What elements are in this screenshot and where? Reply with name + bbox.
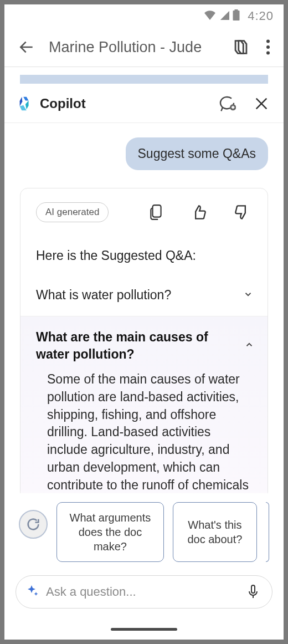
svg-rect-1 — [235, 9, 238, 11]
svg-rect-0 — [233, 11, 240, 21]
svg-point-2 — [266, 39, 270, 43]
thumbs-down-button[interactable] — [232, 202, 252, 222]
home-indicator — [111, 628, 177, 631]
clock-time: 4:20 — [248, 9, 274, 23]
new-chat-button[interactable] — [216, 93, 238, 115]
ai-generated-badge: AI generated — [36, 202, 109, 222]
ai-response-card: AI generated Here is the Suggested Q&A: … — [20, 188, 268, 504]
close-button[interactable] — [251, 94, 271, 114]
cell-signal-icon — [219, 10, 229, 22]
response-intro: Here is the Suggested Q&A: — [20, 223, 268, 271]
chevron-up-icon — [244, 340, 254, 352]
qa-question-label: What are the main causes of water pollut… — [36, 329, 244, 363]
status-bar: 4:20 — [4, 4, 284, 28]
back-button[interactable] — [16, 36, 38, 58]
copilot-logo-icon — [17, 95, 33, 112]
qa-answer-text: Some of the main causes of water polluti… — [36, 363, 254, 504]
copilot-panel-header: Copilot — [4, 84, 284, 123]
qa-item-expanded[interactable]: What are the main causes of water pollut… — [20, 316, 268, 504]
copy-button[interactable] — [147, 202, 166, 223]
suggestion-chip-overflow[interactable] — [266, 502, 269, 562]
battery-icon — [233, 9, 240, 23]
copilot-title: Copilot — [40, 96, 209, 111]
ask-input[interactable] — [46, 585, 238, 599]
svg-rect-7 — [251, 585, 255, 593]
suggestion-chip-1[interactable]: What arguments does the doc make? — [56, 502, 164, 562]
refresh-suggestions-button[interactable] — [19, 510, 48, 539]
qa-question-label: What is water pollution? — [36, 288, 243, 303]
svg-rect-6 — [153, 205, 161, 217]
chat-area: Suggest some Q&As — [4, 123, 284, 170]
document-title: Marine Pollution - Jude — [49, 39, 218, 56]
card-toolbar: AI generated — [20, 202, 268, 223]
app-header: Marine Pollution - Jude — [4, 28, 284, 67]
sparkle-icon — [26, 584, 39, 600]
chevron-down-icon — [243, 288, 253, 303]
user-message-bubble: Suggest some Q&As — [126, 137, 269, 170]
ask-input-bar[interactable] — [16, 575, 272, 609]
ask-input-wrap — [16, 575, 272, 609]
document-peek-strip — [20, 75, 268, 84]
copilot-header-icon[interactable] — [229, 35, 253, 59]
more-menu-button[interactable] — [264, 37, 272, 57]
suggestion-row: What arguments does the doc make? What's… — [9, 493, 279, 562]
svg-point-3 — [266, 45, 270, 49]
divider — [4, 67, 284, 67]
svg-point-4 — [266, 51, 270, 54]
mic-button[interactable] — [244, 582, 262, 602]
qa-item-collapsed[interactable]: What is water pollution? — [20, 271, 268, 316]
thumbs-up-button[interactable] — [189, 202, 209, 222]
suggestion-chip-2[interactable]: What's this doc about? — [173, 502, 257, 562]
wifi-icon — [204, 10, 216, 22]
